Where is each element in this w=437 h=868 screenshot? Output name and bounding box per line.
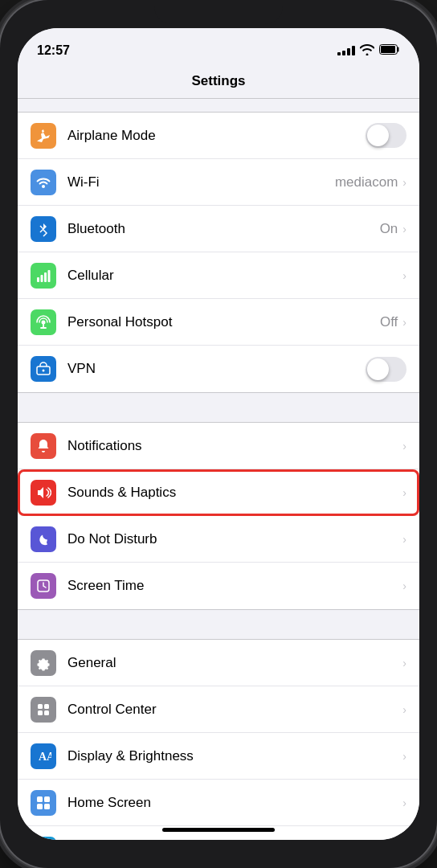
svg-rect-15 — [38, 710, 43, 715]
status-bar: 12:57 — [18, 28, 419, 63]
cellular-icon-bg — [31, 263, 56, 289]
svg-rect-20 — [37, 804, 43, 809]
home-screen-label: Home Screen — [67, 795, 402, 811]
vpn-icon — [35, 361, 51, 377]
settings-row-notifications[interactable]: Notifications › — [18, 423, 419, 469]
page-title: Settings — [191, 73, 245, 89]
settings-row-bluetooth[interactable]: Bluetooth On › — [18, 206, 419, 252]
do-not-disturb-chevron-icon: › — [402, 533, 406, 546]
bluetooth-value: On — [380, 221, 398, 237]
settings-row-general[interactable]: General › — [18, 640, 419, 686]
personal-hotspot-icon — [35, 314, 51, 330]
settings-row-control-center[interactable]: Control Center › — [18, 686, 419, 733]
personal-hotspot-chevron-icon: › — [402, 316, 406, 329]
settings-row-wifi[interactable]: Wi-Fi mediacom › — [18, 159, 419, 206]
section-gap-2 — [18, 610, 419, 639]
personal-hotspot-value: Off — [380, 314, 398, 330]
phone-frame: 12:57 — [0, 0, 437, 868]
home-screen-chevron-icon: › — [402, 796, 406, 809]
vpn-icon-bg — [31, 356, 56, 382]
airplane-mode-icon-bg — [31, 123, 56, 149]
section-general: General › Control Center › — [18, 639, 419, 840]
svg-rect-18 — [37, 796, 43, 802]
display-brightness-chevron-icon: › — [402, 750, 406, 763]
nav-title: Settings — [18, 63, 419, 99]
settings-row-vpn[interactable]: VPN — [18, 346, 419, 392]
airplane-mode-label: Airplane Mode — [67, 128, 366, 144]
screen-time-label: Screen Time — [67, 578, 402, 594]
wifi-icon-bg — [31, 170, 56, 195]
svg-point-2 — [42, 185, 45, 188]
settings-row-sounds-haptics[interactable]: Sounds & Haptics › — [18, 469, 419, 516]
signal-bars-icon — [337, 46, 355, 55]
screen-time-icon — [35, 578, 51, 594]
cellular-chevron-icon: › — [402, 269, 406, 282]
personal-hotspot-icon-bg — [31, 309, 56, 335]
control-center-icon-bg — [31, 697, 56, 723]
wifi-chevron-icon: › — [402, 176, 406, 189]
display-brightness-icon: AA — [35, 748, 51, 764]
svg-rect-13 — [38, 704, 43, 709]
sounds-icon-bg — [31, 480, 56, 506]
wifi-label: Wi-Fi — [67, 174, 335, 190]
svg-rect-5 — [44, 272, 47, 282]
svg-rect-6 — [48, 270, 51, 282]
settings-content: Airplane Mode Wi-Fi mediacom › — [18, 99, 419, 840]
sounds-haptics-label: Sounds & Haptics — [67, 485, 402, 501]
moon-icon — [35, 531, 51, 547]
vpn-label: VPN — [67, 361, 366, 377]
settings-row-home-screen[interactable]: Home Screen › — [18, 780, 419, 826]
notifications-label: Notifications — [67, 438, 402, 454]
do-not-disturb-label: Do Not Disturb — [67, 531, 402, 547]
settings-row-do-not-disturb[interactable]: Do Not Disturb › — [18, 516, 419, 563]
notifications-icon — [35, 438, 51, 454]
battery-icon — [379, 44, 400, 57]
svg-text:AA: AA — [39, 751, 51, 763]
home-indicator — [162, 828, 275, 832]
svg-rect-16 — [44, 710, 49, 715]
general-chevron-icon: › — [402, 657, 406, 669]
svg-rect-4 — [41, 275, 43, 282]
bluetooth-icon — [35, 221, 51, 237]
bluetooth-icon-bg — [31, 216, 56, 242]
home-screen-icon — [35, 795, 51, 811]
display-brightness-icon-bg: AA — [31, 743, 56, 769]
cellular-icon — [35, 268, 51, 284]
screen-time-chevron-icon: › — [402, 579, 406, 592]
notch — [154, 0, 283, 24]
bluetooth-chevron-icon: › — [402, 223, 406, 235]
svg-point-11 — [43, 370, 45, 372]
settings-row-screen-time[interactable]: Screen Time › — [18, 563, 419, 609]
section-notifications: Notifications › Sounds & Haptics › — [18, 422, 419, 610]
do-not-disturb-icon-bg — [31, 526, 56, 552]
settings-row-airplane-mode[interactable]: Airplane Mode — [18, 113, 419, 159]
control-center-chevron-icon: › — [402, 703, 406, 716]
accessibility-icon-bg — [31, 837, 56, 841]
control-center-icon — [35, 702, 51, 718]
personal-hotspot-label: Personal Hotspot — [67, 314, 380, 330]
gear-icon — [35, 655, 51, 671]
screen-time-icon-bg — [31, 573, 56, 599]
settings-row-cellular[interactable]: Cellular › — [18, 252, 419, 299]
status-icons — [337, 44, 400, 58]
bluetooth-label: Bluetooth — [67, 221, 380, 237]
notifications-icon-bg — [31, 433, 56, 459]
svg-rect-1 — [381, 46, 395, 53]
settings-row-display-brightness[interactable]: AA Display & Brightness › — [18, 733, 419, 780]
section-gap-1 — [18, 393, 419, 422]
control-center-label: Control Center — [67, 702, 402, 718]
airplane-mode-toggle[interactable] — [366, 123, 406, 148]
home-screen-icon-bg — [31, 790, 56, 816]
general-icon-bg — [31, 650, 56, 676]
sounds-icon — [35, 485, 51, 501]
status-time: 12:57 — [37, 43, 70, 58]
wifi-icon — [360, 44, 374, 58]
wifi-value: mediacom — [335, 174, 398, 190]
airplane-icon — [35, 128, 51, 144]
sounds-haptics-chevron-icon: › — [402, 486, 406, 499]
section-gap-top — [18, 99, 419, 112]
vpn-toggle[interactable] — [366, 357, 406, 382]
general-label: General — [67, 655, 402, 671]
settings-row-personal-hotspot[interactable]: Personal Hotspot Off › — [18, 299, 419, 346]
cellular-label: Cellular — [67, 268, 402, 284]
